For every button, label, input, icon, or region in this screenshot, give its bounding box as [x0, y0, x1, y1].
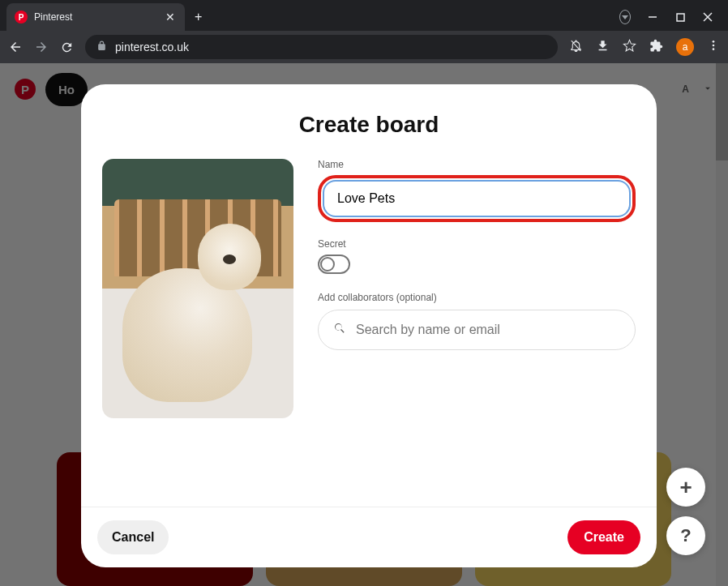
create-button[interactable]: Create — [567, 520, 640, 554]
search-icon — [333, 322, 346, 338]
svg-rect-1 — [677, 14, 684, 21]
browser-tab[interactable]: P Pinterest ✕ — [6, 3, 185, 31]
secret-toggle[interactable] — [318, 255, 350, 274]
svg-point-4 — [713, 41, 715, 43]
add-fab[interactable]: + — [666, 468, 705, 507]
browser-toolbar: pinterest.co.uk a — [0, 31, 728, 63]
pinterest-favicon: P — [15, 11, 28, 24]
help-fab[interactable]: ? — [666, 516, 705, 555]
browser-menu-icon[interactable] — [707, 39, 720, 55]
minimize-icon[interactable] — [647, 11, 658, 23]
browser-avatar[interactable]: a — [676, 38, 694, 56]
download-icon[interactable] — [596, 39, 610, 56]
notifications-muted-icon[interactable] — [569, 39, 583, 56]
url-text: pinterest.co.uk — [115, 41, 189, 53]
address-bar[interactable]: pinterest.co.uk — [85, 35, 558, 59]
forward-button[interactable] — [34, 40, 49, 54]
close-tab-icon[interactable]: ✕ — [164, 11, 177, 24]
maximize-icon[interactable] — [674, 11, 686, 23]
reload-button[interactable] — [60, 41, 74, 54]
svg-point-6 — [713, 48, 715, 50]
create-board-modal: Create board Name Secret Add collaborato… — [81, 84, 657, 567]
new-tab-button[interactable]: + — [195, 10, 202, 24]
name-label: Name — [318, 159, 636, 170]
name-field-highlight — [318, 175, 636, 222]
lock-icon — [96, 40, 107, 54]
extensions-icon[interactable] — [649, 39, 663, 56]
close-window-icon[interactable] — [702, 11, 713, 23]
cancel-button[interactable]: Cancel — [97, 520, 169, 554]
collaborator-search[interactable] — [318, 310, 636, 350]
bookmark-star-icon[interactable] — [623, 39, 636, 56]
profile-dropdown-icon[interactable] — [619, 11, 631, 23]
window-controls — [619, 11, 728, 31]
modal-title: Create board — [81, 84, 657, 159]
collaborators-label: Add collaborators (optional) — [318, 292, 636, 303]
svg-point-5 — [713, 45, 715, 47]
collaborator-input[interactable] — [356, 323, 620, 337]
tab-title: Pinterest — [34, 11, 157, 23]
back-button[interactable] — [8, 40, 23, 54]
pin-thumbnail — [102, 159, 293, 418]
board-name-input[interactable] — [324, 182, 629, 216]
secret-label: Secret — [318, 238, 636, 250]
browser-titlebar: P Pinterest ✕ + — [0, 0, 728, 31]
